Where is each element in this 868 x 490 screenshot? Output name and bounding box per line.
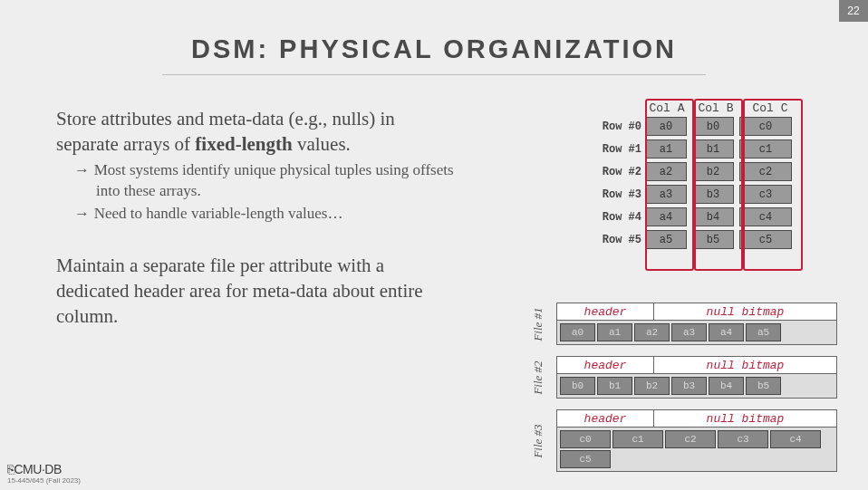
row-label: Row #3 (578, 188, 645, 201)
file-label: File #1 (531, 306, 545, 342)
file-header-header: header (557, 410, 654, 427)
file-cell: b0 (560, 377, 595, 395)
row-label: Row #0 (578, 120, 645, 133)
footer-course: 15-445/645 (Fall 2023) (7, 476, 81, 485)
bullet-1-text: Most systems identify unique physical tu… (94, 161, 454, 199)
file-cell: a2 (634, 323, 670, 341)
bullet-2-text: Need to handle variable-length values… (94, 205, 343, 222)
file-header-nullbitmap: null bitmap (654, 357, 836, 373)
file-cell: a5 (746, 323, 781, 341)
bullet-1: → Most systems identify unique physical … (56, 160, 455, 202)
file-header-nullbitmap: null bitmap (654, 410, 836, 427)
file-label: File #2 (531, 360, 545, 396)
file-cell: b3 (671, 377, 707, 395)
file-cell: a3 (671, 323, 707, 341)
file-header-header: header (557, 303, 654, 320)
file-cell: b1 (597, 377, 632, 395)
files-area: File #1 headernull bitmap a0 a1 a2 a3 a4… (533, 303, 837, 483)
file-cell: c3 (718, 430, 768, 448)
file-cell: c5 (560, 450, 611, 468)
file-cell: a4 (709, 323, 744, 341)
file-cell: c4 (770, 430, 821, 448)
file-cell: c1 (612, 430, 663, 448)
file-cell: b2 (634, 377, 670, 395)
paragraph-2: Maintain a separate file per attribute w… (56, 254, 455, 329)
file-cell: a1 (597, 323, 632, 341)
row-label: Row #4 (578, 211, 645, 224)
title-underline (162, 74, 706, 75)
body-text: Store attributes and meta-data (e.g., nu… (56, 107, 455, 332)
footer: ⎘CMU·DB 15-445/645 (Fall 2023) (7, 462, 81, 485)
file-cell: c0 (560, 430, 611, 448)
row-label: Row #1 (578, 143, 645, 156)
paragraph-1: Store attributes and meta-data (e.g., nu… (56, 107, 455, 157)
column-c-highlight (743, 99, 803, 271)
footer-logo: ⎘CMU·DB (7, 462, 81, 476)
file-cell: c2 (665, 430, 716, 448)
file-label: File #3 (531, 423, 545, 459)
file-cell: b5 (746, 377, 781, 395)
slide-title: DSM: PHYSICAL ORGANIZATION (0, 34, 868, 64)
file-2: File #2 headernull bitmap b0 b1 b2 b3 b4… (533, 356, 837, 399)
file-cell: b4 (709, 377, 744, 395)
row-label: Row #2 (578, 166, 645, 178)
file-3: File #3 headernull bitmap c0 c1 c2 c3 c4… (533, 409, 837, 472)
column-a-highlight (645, 99, 694, 271)
page-number: 22 (839, 0, 868, 22)
para1-bold: fixed-length (195, 133, 292, 155)
file-header-header: header (557, 357, 654, 373)
file-1: File #1 headernull bitmap a0 a1 a2 a3 a4… (533, 303, 837, 345)
para1-post: values. (293, 133, 351, 155)
row-label: Row #5 (578, 234, 645, 246)
column-b-highlight (694, 99, 743, 271)
file-header-nullbitmap: null bitmap (654, 303, 836, 320)
bullet-2: → Need to handle variable-length values… (56, 204, 455, 225)
file-cell: a0 (560, 323, 595, 341)
